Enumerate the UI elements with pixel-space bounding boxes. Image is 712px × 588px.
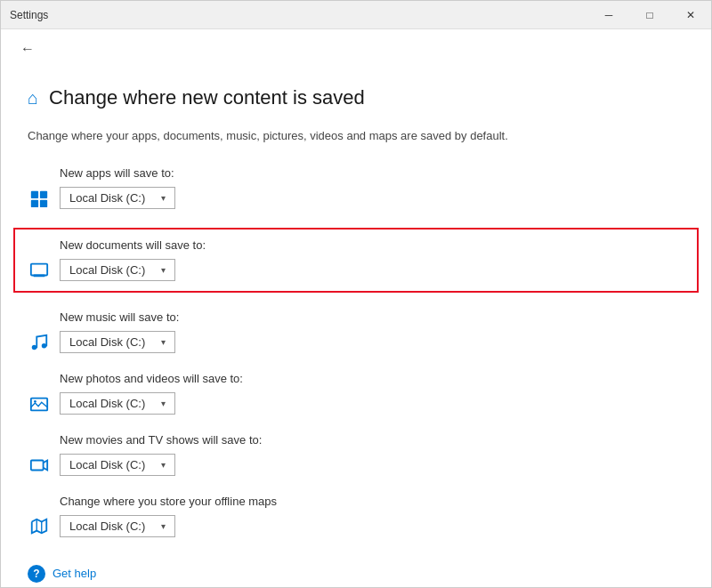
- setting-item-music: New music will save to: Local Disk (C:) …: [28, 310, 684, 354]
- titlebar: Settings ─ □ ✕: [1, 1, 711, 29]
- setting-label-music: New music will save to:: [60, 310, 684, 324]
- page-title: Change where new content is saved: [49, 86, 365, 109]
- nav-bar: ←: [1, 29, 711, 68]
- movies-dropdown-value: Local Disk (C:): [69, 458, 156, 471]
- documents-dropdown-chevron: ▾: [161, 265, 166, 275]
- documents-icon: [28, 259, 51, 282]
- setting-item-apps: New apps will save to: Local Disk (C:) ▾: [28, 166, 684, 210]
- svg-rect-0: [31, 190, 38, 197]
- documents-dropdown[interactable]: Local Disk (C:) ▾: [60, 259, 175, 281]
- setting-item-maps: Change where you store your offline maps…: [28, 495, 684, 538]
- setting-label-maps: Change where you store your offline maps: [60, 495, 684, 508]
- maps-dropdown-value: Local Disk (C:): [69, 520, 156, 533]
- maps-dropdown-chevron: ▾: [161, 521, 166, 531]
- setting-label-documents: New documents will save to:: [60, 238, 684, 252]
- movies-icon: [28, 454, 51, 477]
- music-dropdown-value: Local Disk (C:): [69, 335, 156, 349]
- setting-row-photos: Local Disk (C:) ▾: [28, 392, 684, 415]
- music-icon: [28, 331, 51, 354]
- close-button[interactable]: ✕: [670, 1, 711, 29]
- music-dropdown[interactable]: Local Disk (C:) ▾: [60, 331, 175, 353]
- movies-dropdown[interactable]: Local Disk (C:) ▾: [60, 454, 175, 476]
- movies-dropdown-chevron: ▾: [161, 460, 166, 470]
- svg-rect-4: [31, 263, 47, 275]
- maps-dropdown[interactable]: Local Disk (C:) ▾: [60, 515, 175, 537]
- setting-label-photos: New photos and videos will save to:: [60, 372, 684, 385]
- content-area: ⌂ Change where new content is saved Chan…: [1, 68, 711, 587]
- titlebar-title: Settings: [10, 9, 48, 21]
- page-header: ⌂ Change where new content is saved: [28, 86, 684, 109]
- setting-row-maps: Local Disk (C:) ▾: [28, 515, 684, 538]
- svg-rect-3: [40, 199, 47, 206]
- svg-point-8: [32, 344, 37, 350]
- svg-rect-12: [31, 460, 44, 470]
- photos-icon: [28, 392, 51, 415]
- get-help-link[interactable]: ? Get help: [28, 565, 684, 583]
- photos-dropdown[interactable]: Local Disk (C:) ▾: [60, 392, 175, 415]
- get-help-label: Get help: [53, 567, 96, 580]
- setting-row-movies: Local Disk (C:) ▾: [28, 454, 684, 477]
- maps-icon: [28, 515, 51, 538]
- svg-point-11: [34, 399, 36, 402]
- apps-icon: [28, 187, 51, 210]
- setting-row-music: Local Disk (C:) ▾: [28, 331, 684, 354]
- apps-dropdown-value: Local Disk (C:): [69, 191, 156, 205]
- apps-dropdown[interactable]: Local Disk (C:) ▾: [60, 187, 175, 209]
- back-button[interactable]: ←: [15, 36, 40, 61]
- setting-row-apps: Local Disk (C:) ▾: [28, 187, 684, 210]
- setting-item-movies: New movies and TV shows will save to: Lo…: [28, 433, 684, 477]
- setting-label-apps: New apps will save to:: [60, 166, 684, 180]
- documents-dropdown-value: Local Disk (C:): [69, 263, 156, 277]
- help-icon: ?: [28, 565, 45, 583]
- photos-dropdown-chevron: ▾: [161, 399, 166, 408]
- svg-rect-5: [34, 274, 45, 277]
- titlebar-left: Settings: [10, 9, 48, 21]
- music-dropdown-chevron: ▾: [161, 337, 166, 347]
- setting-item-photos: New photos and videos will save to: Loca…: [28, 372, 684, 415]
- setting-label-movies: New movies and TV shows will save to:: [60, 433, 684, 447]
- svg-rect-2: [31, 199, 38, 206]
- setting-item-documents: New documents will save to: Local Disk (…: [13, 228, 699, 293]
- maximize-button[interactable]: □: [629, 1, 670, 29]
- photos-dropdown-value: Local Disk (C:): [69, 397, 156, 410]
- settings-window: Settings ─ □ ✕ ← ⌂ Change where new cont…: [0, 0, 712, 588]
- svg-point-9: [42, 342, 47, 348]
- setting-row-documents: Local Disk (C:) ▾: [28, 259, 684, 282]
- minimize-button[interactable]: ─: [588, 1, 629, 29]
- apps-dropdown-chevron: ▾: [161, 193, 166, 203]
- home-icon: ⌂: [28, 88, 38, 109]
- svg-rect-1: [40, 190, 47, 197]
- page-description: Change where your apps, documents, music…: [28, 127, 684, 145]
- titlebar-controls: ─ □ ✕: [588, 1, 711, 29]
